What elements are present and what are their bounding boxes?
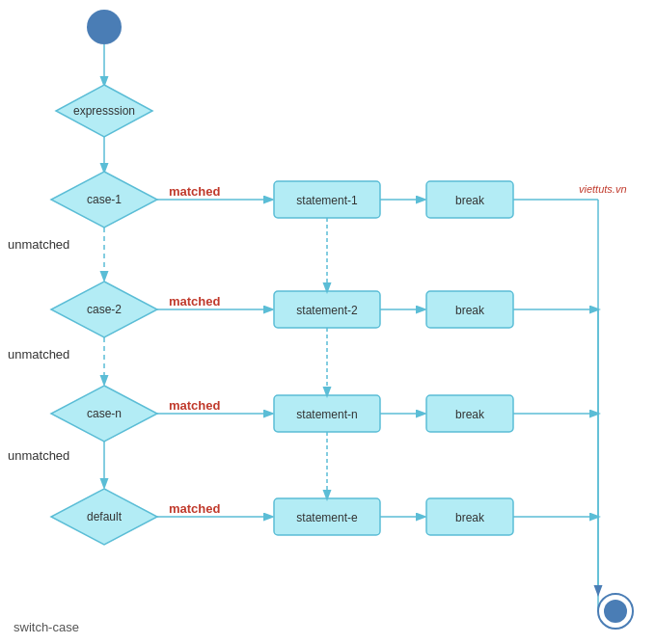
unmatched1-label: unmatched [8,237,69,252]
matchedd-label: matched [169,501,221,516]
casen-label: case-n [87,407,122,420]
break1-label: break [455,194,485,207]
stmt2-label: statement-2 [296,304,358,317]
start-circle [87,10,122,44]
end-circle-inner [604,600,627,623]
unmatched2-label: unmatched [8,347,69,362]
matched1-label: matched [169,184,221,199]
unmatchedn-label: unmatched [8,448,69,463]
stmte-label: statement-e [296,511,358,524]
expression-label: expresssion [73,104,135,118]
breakn-label: break [455,408,485,421]
watermark: viettuts.vn [579,183,627,195]
break2-label: break [455,304,485,317]
case2-label: case-2 [87,303,122,316]
stmt1-label: statement-1 [296,194,358,207]
breake-label: break [455,511,485,524]
default-label: default [87,510,123,523]
diagram-title-label: switch-case [14,620,79,634]
matched2-label: matched [169,294,221,309]
stmtn-label: statement-n [296,408,357,421]
matchedn-label: matched [169,398,221,413]
case1-label: case-1 [87,193,122,206]
